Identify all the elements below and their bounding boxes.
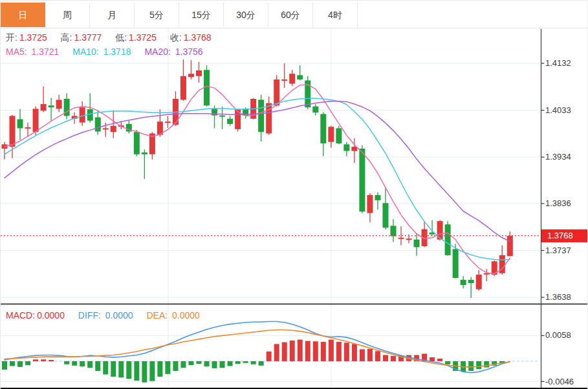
macd-bar — [95, 361, 100, 371]
macd-bar — [17, 361, 23, 367]
price-tick-1: 1.4132 — [545, 58, 571, 68]
price-tick-2: 1.4033 — [545, 105, 571, 115]
macd-bar — [259, 361, 264, 366]
candle — [196, 70, 202, 76]
macd-bar — [430, 357, 435, 361]
ma5-label: MA5: — [6, 47, 27, 57]
candle — [445, 224, 451, 255]
candle — [266, 103, 272, 134]
high-label: 高: — [61, 32, 72, 43]
candle — [328, 127, 334, 142]
candle — [312, 107, 318, 113]
diff-value: 0.0000 — [105, 310, 133, 321]
macd-bar — [64, 361, 69, 364]
macd-bar — [336, 342, 342, 361]
macd-bar — [375, 351, 380, 361]
macd-bar — [188, 361, 193, 365]
candle — [289, 74, 295, 83]
tab-period-4hour[interactable]: 4时 — [313, 3, 358, 27]
tab-period-30min[interactable]: 30分 — [224, 3, 268, 27]
macd-bar — [391, 356, 396, 361]
candle — [274, 79, 279, 105]
macd-bar — [235, 361, 241, 364]
ma20-value: 1.3756 — [175, 47, 203, 57]
chart-canvas[interactable] — [1, 1, 588, 389]
tab-period-60min[interactable]: 60分 — [268, 3, 313, 27]
macd-bar — [80, 361, 85, 366]
ma10-label: MA10: — [72, 47, 98, 57]
candle — [49, 105, 54, 107]
candle — [336, 128, 342, 143]
price-tick-6: 1.3638 — [545, 292, 571, 302]
macd-bar — [72, 361, 77, 366]
macd-bar — [367, 349, 373, 361]
macd-bar — [476, 361, 481, 369]
low-label: 低: — [115, 32, 127, 43]
tab-period-month[interactable]: 月 — [90, 3, 135, 27]
macd-bar — [274, 344, 279, 361]
candle — [219, 116, 225, 117]
candle — [414, 240, 420, 247]
macd-bar — [41, 359, 46, 361]
candle — [103, 128, 109, 129]
open-label: 开: — [6, 32, 17, 43]
macd-bar — [468, 361, 474, 371]
macd-bar — [142, 361, 147, 383]
macd-bar — [173, 361, 178, 371]
macd-bar — [352, 344, 357, 361]
candle — [297, 75, 303, 79]
candle — [281, 79, 287, 81]
ohlc-legend: 开:1.3725 高:1.3777 低:1.3725 收:1.3768 — [6, 32, 223, 44]
ma-legend: MA5: 1.3721 MA10: 1.3718 MA20: 1.3756 — [6, 47, 214, 57]
candle — [375, 195, 380, 200]
candle — [382, 203, 388, 227]
macd-bar — [111, 361, 116, 377]
macd-bar — [33, 359, 38, 361]
macd-bar — [290, 341, 295, 361]
price-tick-5: 1.3737 — [545, 246, 571, 255]
candle — [343, 144, 349, 151]
macd-bar — [25, 361, 30, 365]
candle — [398, 238, 404, 239]
ma5-value: 1.3721 — [32, 47, 60, 57]
tab-period-5min[interactable]: 5分 — [135, 3, 179, 27]
price-tick-4: 1.3836 — [545, 198, 571, 208]
tab-period-day[interactable]: 日 — [1, 3, 45, 27]
candle — [10, 116, 16, 147]
candle — [165, 121, 171, 123]
macd-bar — [267, 352, 272, 361]
candle — [320, 114, 326, 143]
macd-bar — [313, 341, 318, 361]
candle — [507, 236, 513, 257]
candle — [258, 100, 264, 132]
close-value: 1.3768 — [184, 32, 212, 43]
tab-period-15min[interactable]: 15分 — [179, 3, 224, 27]
candle — [453, 249, 459, 278]
dea-label: DEA: — [146, 310, 168, 321]
macd-bar — [329, 340, 334, 361]
candle — [367, 195, 373, 213]
candle — [111, 126, 116, 132]
ma10-value: 1.3718 — [103, 47, 131, 57]
candle — [406, 238, 412, 240]
candle — [468, 280, 474, 283]
macd-bar — [134, 361, 139, 381]
macd-bar — [251, 361, 256, 364]
macd-bar — [437, 359, 442, 361]
candle — [95, 118, 101, 132]
price-tick-3: 1.3934 — [545, 152, 571, 162]
macd-bar — [228, 361, 233, 366]
candlestick-series — [2, 59, 513, 298]
macd-bar — [165, 361, 170, 374]
candle — [142, 152, 147, 154]
tab-period-week[interactable]: 周 — [45, 3, 90, 27]
macd-bar — [180, 361, 186, 368]
macd-bar — [204, 361, 210, 366]
candle — [461, 280, 466, 285]
macd-bar — [243, 361, 248, 363]
candle — [134, 132, 140, 154]
macd-bar — [10, 361, 15, 366]
macd-bar — [149, 361, 155, 381]
macd-label: MACD: — [6, 310, 35, 321]
open-value: 1.3725 — [19, 32, 47, 43]
